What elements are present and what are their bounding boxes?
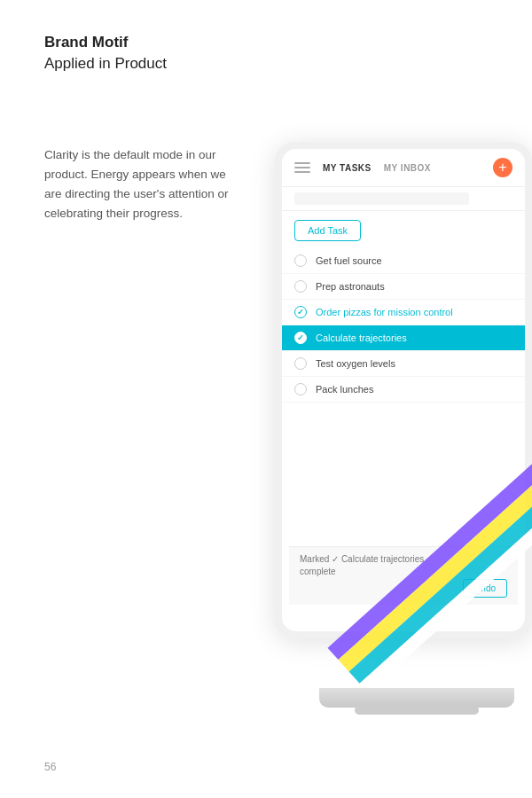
tab-my-inbox[interactable]: MY INBOX [384, 163, 431, 173]
task-label: Pack lunches [316, 384, 373, 395]
tablet-stand [355, 706, 479, 715]
task-label: Order pizzas for mission control [316, 307, 453, 317]
undo-button[interactable]: Undo [463, 579, 507, 598]
search-bar [282, 187, 525, 211]
task-circle [294, 254, 307, 267]
notification-action: Undo [300, 579, 507, 598]
task-item: Pack lunches [282, 377, 525, 403]
check-icon: ✓ [297, 308, 304, 317]
description: Clarity is the default mode in our produ… [44, 145, 239, 224]
hamburger-icon [294, 162, 310, 173]
task-circle: ✓ [294, 306, 307, 318]
task-item: Get fuel source [282, 248, 525, 274]
notification-bar: Marked ✓ Calculate trajectories complete… [289, 546, 518, 605]
task-circle: ✓ [294, 332, 307, 344]
page-number: 56 [44, 761, 56, 773]
task-item-active: ✓ Calculate trajectories [282, 325, 525, 351]
page: Brand Motif Applied in Product Clarity i… [0, 0, 532, 798]
task-label: Test oxygen levels [316, 358, 395, 369]
tablet-screen: MY TASKS MY INBOX + Add Task Get fuel so… [282, 149, 525, 631]
task-list: Get fuel source Prep astronauts ✓ Order … [282, 248, 525, 403]
task-label: Calculate trajectories [316, 332, 407, 343]
add-button[interactable]: + [493, 158, 512, 177]
tablet-outer: MY TASKS MY INBOX + Add Task Get fuel so… [275, 142, 532, 638]
task-label: Prep astronauts [316, 281, 385, 292]
page-title-bold: Brand Motif [44, 32, 488, 53]
page-title-light: Applied in Product [44, 53, 488, 74]
check-icon: ✓ [297, 333, 304, 342]
task-item-completed: ✓ Order pizzas for mission control [282, 300, 525, 325]
task-circle [294, 280, 307, 293]
device-mockup: MY TASKS MY INBOX + Add Task Get fuel so… [275, 142, 532, 692]
task-label: Get fuel source [316, 255, 382, 266]
add-task-button[interactable]: Add Task [294, 220, 361, 241]
task-circle [294, 357, 307, 370]
tablet-base [319, 688, 514, 708]
task-circle [294, 383, 307, 395]
app-header: MY TASKS MY INBOX + [282, 149, 525, 187]
tab-my-tasks[interactable]: MY TASKS [323, 163, 372, 173]
task-item: Prep astronauts [282, 274, 525, 300]
marked-text: Marked ✓ Calculate trajectories [300, 554, 424, 564]
notification-text: Marked ✓ Calculate trajectories [300, 554, 507, 564]
nav-tabs: MY TASKS MY INBOX [323, 163, 493, 173]
title-block: Brand Motif Applied in Product [44, 32, 488, 74]
complete-text: complete [300, 567, 507, 576]
task-item: Test oxygen levels [282, 351, 525, 377]
